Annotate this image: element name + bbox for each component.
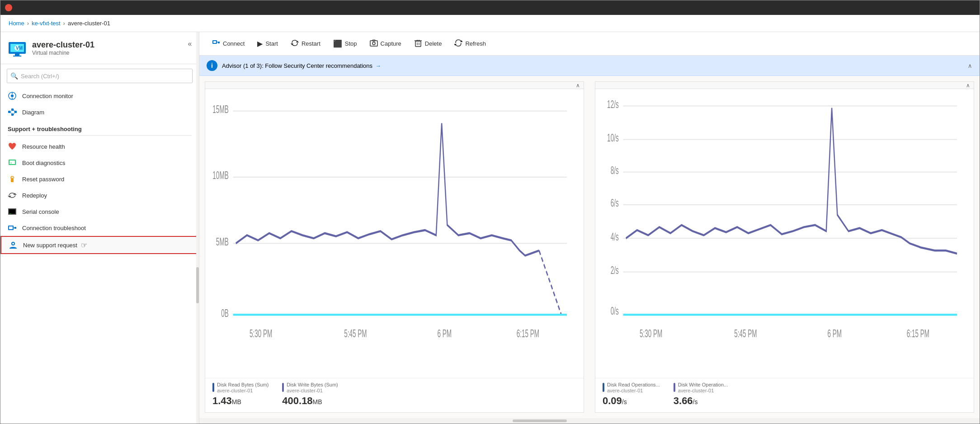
connect-label: Connect — [223, 40, 245, 47]
connection-monitor-label: Connection monitor — [22, 93, 73, 99]
sidebar-scrollbar[interactable] — [196, 32, 199, 424]
restart-button[interactable]: Restart — [285, 36, 326, 52]
breadcrumb-parent[interactable]: ke-vfxt-test — [32, 20, 61, 27]
start-button[interactable]: ▶ Start — [252, 37, 283, 51]
svg-text:12/s: 12/s — [607, 98, 619, 110]
sidebar-item-resource-health[interactable]: Resource health — [0, 138, 199, 155]
svg-rect-22 — [11, 179, 14, 182]
stop-button[interactable]: ⬛ Stop — [328, 37, 363, 51]
sidebar-item-connection-troubleshoot[interactable]: Connection troubleshoot — [0, 220, 199, 236]
chart2-metric2-value: 3.66/s — [674, 395, 728, 407]
close-icon[interactable] — [5, 4, 12, 11]
delete-label: Delete — [425, 40, 442, 47]
chart2-metric2: Disk Write Operation... avere-cluster-01… — [674, 382, 728, 407]
restart-label: Restart — [302, 40, 320, 47]
svg-rect-23 — [12, 178, 13, 179]
svg-text:6/s: 6/s — [611, 197, 619, 209]
start-label: Start — [265, 40, 278, 47]
advisor-banner[interactable]: i Advisor (1 of 3): Follow Security Cent… — [199, 56, 980, 76]
svg-rect-3 — [13, 56, 21, 57]
svg-text:10/s: 10/s — [607, 132, 619, 144]
svg-text:2/s: 2/s — [611, 264, 619, 276]
resource-info: avere-cluster-01 Virtual machine — [32, 40, 94, 56]
sidebar-item-diagram[interactable]: Diagram — [0, 104, 199, 120]
sidebar-item-redeploy[interactable]: Redeploy — [0, 187, 199, 203]
charts-area: ∧ 15MB 10MB 5MB 0B — [199, 76, 980, 418]
svg-rect-41 — [370, 41, 377, 46]
advisor-collapse-icon[interactable]: ∧ — [968, 62, 972, 69]
svg-line-15 — [10, 112, 11, 114]
svg-text:_: _ — [9, 210, 11, 214]
connection-troubleshoot-icon — [8, 223, 17, 232]
redeploy-label: Redeploy — [22, 192, 47, 199]
boot-diagnostics-label: Boot diagnostics — [22, 160, 65, 166]
sidebar-item-serial-console[interactable]: _ Serial console — [0, 203, 199, 220]
svg-text:6 PM: 6 PM — [827, 327, 842, 339]
svg-text:15MB: 15MB — [212, 103, 228, 115]
svg-point-34 — [12, 243, 14, 245]
svg-text:5:45 PM: 5:45 PM — [344, 327, 367, 339]
svg-rect-11 — [11, 108, 14, 111]
svg-rect-30 — [9, 226, 13, 229]
search-input[interactable] — [7, 69, 193, 83]
sidebar-item-reset-password[interactable]: Reset password — [0, 171, 199, 187]
metric1-color-bar — [212, 383, 214, 392]
chart2-footer: Disk Read Operations... avere-cluster-01… — [595, 378, 974, 412]
svg-text:VM: VM — [16, 46, 23, 51]
chart1-svg-container: 15MB 10MB 5MB 0B 5:30 PM 5:45 PM — [205, 89, 584, 378]
chart1-metric2-sub: avere-cluster-01 — [287, 388, 338, 393]
sidebar: VM avere-cluster-01 Virtual machine « 🔍 — [0, 32, 199, 424]
svg-rect-10 — [8, 111, 10, 113]
horizontal-scrollbar[interactable] — [199, 418, 980, 424]
h-scroll-thumb[interactable] — [513, 419, 567, 422]
vm-icon: VM — [8, 38, 27, 57]
chart2-svg-container: 12/s 10/s 8/s 6/s 4/s 2/s 0/s — [595, 89, 974, 378]
chart1-metric2-header: Disk Write Bytes (Sum) avere-cluster-01 — [282, 382, 338, 393]
collapse-sidebar-button[interactable]: « — [184, 38, 195, 49]
diagram-label: Diagram — [22, 109, 44, 116]
refresh-icon — [454, 39, 462, 49]
connection-monitor-icon — [8, 91, 17, 100]
sidebar-scrollbar-thumb[interactable] — [196, 267, 199, 303]
refresh-button[interactable]: Refresh — [449, 36, 491, 52]
chart2-metric1: Disk Read Operations... avere-cluster-01… — [603, 382, 660, 407]
capture-button[interactable]: Capture — [364, 36, 407, 52]
title-bar — [0, 0, 980, 15]
toolbar: Connect ▶ Start Restart ⬛ Stop — [199, 32, 980, 56]
reset-password-icon — [8, 174, 17, 184]
advisor-info-icon: i — [207, 60, 217, 71]
resource-health-label: Resource health — [22, 143, 65, 150]
breadcrumb-sep2: › — [63, 20, 65, 27]
svg-text:6:15 PM: 6:15 PM — [907, 327, 929, 339]
chart1-metric1-name: Disk Read Bytes (Sum) — [217, 382, 269, 388]
cursor-icon: ☞ — [81, 241, 87, 250]
svg-text:0/s: 0/s — [611, 305, 619, 317]
chart2-expand-icon[interactable]: ∧ — [966, 82, 970, 89]
delete-button[interactable]: Delete — [409, 36, 448, 52]
delete-icon — [414, 39, 422, 49]
reset-password-label: Reset password — [22, 176, 64, 183]
svg-rect-12 — [11, 113, 14, 116]
svg-text:5:30 PM: 5:30 PM — [250, 327, 272, 339]
svg-rect-44 — [415, 41, 421, 47]
sidebar-item-connection-monitor[interactable]: Connection monitor — [0, 88, 199, 104]
chart1-expand-icon[interactable]: ∧ — [576, 82, 580, 89]
restart-icon — [291, 39, 299, 49]
chart1-metric1-sub: avere-cluster-01 — [217, 388, 269, 393]
svg-point-42 — [372, 42, 375, 45]
svg-rect-2 — [15, 54, 19, 56]
chart1-metric1-header: Disk Read Bytes (Sum) avere-cluster-01 — [212, 382, 269, 393]
breadcrumb-home[interactable]: Home — [9, 20, 24, 27]
sidebar-item-boot-diagnostics[interactable]: + Boot diagnostics — [0, 155, 199, 171]
advisor-arrow: → — [375, 62, 381, 69]
redeploy-icon — [8, 191, 17, 200]
chart2-metric1-name: Disk Read Operations... — [607, 382, 660, 388]
chart2-metric1-sub: avere-cluster-01 — [607, 388, 660, 393]
connection-troubleshoot-label: Connection troubleshoot — [22, 225, 86, 231]
advisor-text: Advisor (1 of 3): Follow Security Center… — [222, 62, 372, 69]
capture-icon — [370, 39, 378, 49]
connect-button[interactable]: Connect — [207, 36, 250, 52]
sidebar-item-new-support-request[interactable]: New support request ☞ — [0, 236, 199, 254]
svg-text:8/s: 8/s — [611, 164, 619, 176]
svg-text:5:45 PM: 5:45 PM — [734, 327, 757, 339]
